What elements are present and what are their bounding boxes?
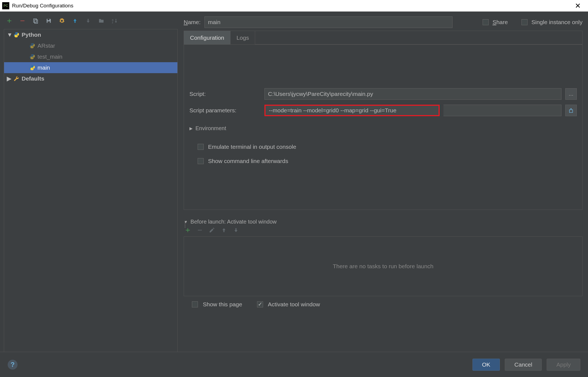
apply-button[interactable]: Apply [547,359,580,371]
before-launch-empty-text: There are no tasks to run before launch [333,263,434,270]
python-icon [29,65,35,71]
svg-rect-0 [34,19,37,22]
tab-logs[interactable]: Logs [230,31,255,44]
tree-node-label: main [38,64,50,71]
tab-bar: Configuration Logs [184,31,583,44]
single-instance-checkbox[interactable] [521,19,528,25]
tree-node-label: Python [22,32,41,38]
script-params-input-ext[interactable] [443,105,561,116]
help-button[interactable]: ? [8,360,18,370]
save-config-button[interactable] [45,17,53,25]
tree-node-label: Defaults [22,75,44,82]
splitter-gripper[interactable] [184,220,187,228]
show-this-page-checkbox[interactable] [192,301,198,307]
before-launch-label: Before launch: Activate tool window [191,219,277,225]
edit-defaults-button[interactable] [58,17,66,25]
chevron-right-icon: ▶ [189,126,193,131]
svg-text:z: z [112,21,113,24]
script-params-input[interactable] [264,105,440,116]
ok-button[interactable]: OK [472,359,500,371]
tree-node-python[interactable]: ▼ Python [4,29,177,40]
tree-node-label: ARstar [38,42,55,49]
python-icon [13,32,19,38]
emulate-terminal-label: Emulate terminal in output console [208,144,296,150]
tree-node-main[interactable]: main [4,62,177,73]
cancel-button[interactable]: Cancel [505,359,542,371]
config-toolbar: az [4,15,178,29]
script-params-label: Script parameters: [189,107,261,114]
before-launch-toolbar [184,225,583,236]
show-cmdline-checkbox[interactable] [198,158,204,164]
edit-task-button[interactable] [209,227,215,234]
svg-rect-6 [569,110,573,113]
move-down-button[interactable] [84,17,92,25]
script-input[interactable] [264,88,561,100]
remove-task-button[interactable] [197,227,203,234]
svg-rect-1 [34,20,38,23]
window-close-button[interactable]: ✕ [570,1,586,10]
app-icon [2,2,9,9]
move-up-button[interactable] [71,17,79,25]
tab-configuration[interactable]: Configuration [184,31,230,44]
expand-params-button[interactable] [565,105,577,116]
python-icon [29,54,35,60]
dialog-footer: ? OK Cancel Apply [0,352,588,377]
titlebar: Run/Debug Configurations ✕ [0,0,588,12]
show-this-page-label: Show this page [203,301,242,308]
name-input[interactable] [204,16,452,28]
wrench-icon [13,76,19,82]
activate-tool-window-checkbox[interactable] [257,301,263,307]
folder-button[interactable] [97,17,105,25]
activate-tool-window-label: Activate tool window [268,301,320,308]
svg-rect-2 [47,19,49,21]
tree-node-label: test_main [38,53,62,60]
tree-node-testmain[interactable]: test_main [4,51,177,62]
svg-rect-3 [47,21,50,23]
environment-label: Environment [195,125,226,132]
copy-config-button[interactable] [32,17,39,25]
single-instance-label: Single instance only [531,19,583,25]
tree-node-defaults[interactable]: ▶ Defaults [4,73,177,84]
remove-config-button[interactable] [19,17,26,25]
before-launch-list[interactable]: There are no tasks to run before launch [184,236,583,296]
python-icon [29,43,35,49]
emulate-terminal-checkbox[interactable] [198,144,204,150]
before-launch-section[interactable]: ▼ Before launch: Activate tool window [184,219,583,225]
share-checkbox[interactable] [483,19,489,25]
task-down-button[interactable] [233,227,239,234]
add-config-button[interactable] [5,17,13,25]
name-label: Name: [184,19,201,25]
task-up-button[interactable] [221,227,227,234]
tree-node-arstar[interactable]: ARstar [4,40,177,51]
sort-button[interactable]: az [111,17,118,25]
window-title: Run/Debug Configurations [12,3,570,9]
share-label: Share [492,19,508,25]
show-cmdline-label: Show command line afterwards [208,158,288,164]
environment-section[interactable]: ▶ Environment [189,125,577,132]
browse-script-button[interactable]: … [565,88,577,100]
config-tree[interactable]: ▼ Python ARstar test_main [4,29,178,373]
script-label: Script: [189,91,261,97]
